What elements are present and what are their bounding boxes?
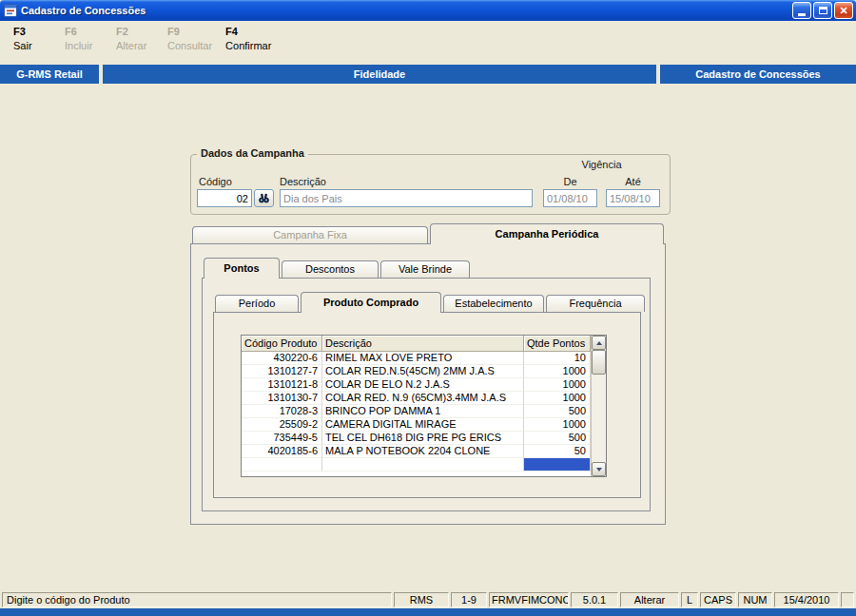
cell: 1000 <box>524 392 591 405</box>
campaign-type-tabs: Campanha FixaCampanha Periódica <box>192 223 666 244</box>
cell: 4020185-6 <box>242 445 322 458</box>
tab-produto-comprado[interactable]: Produto Comprado <box>301 292 441 313</box>
status-panel-l: L <box>681 592 698 607</box>
window-controls: ✕ <box>792 2 856 19</box>
close-button[interactable]: ✕ <box>834 2 853 19</box>
status-panel-alterar: Alterar <box>620 592 679 607</box>
tab-campanha-periodica[interactable]: Campanha Periódica <box>430 223 664 244</box>
minimize-button[interactable] <box>792 2 811 19</box>
window-bottom-edge <box>0 608 856 616</box>
cell: 735449-5 <box>242 432 322 445</box>
status-panel-end <box>841 592 854 607</box>
tab-frequencia[interactable]: Frequência <box>546 295 645 312</box>
scrollbar-thumb[interactable] <box>592 350 606 375</box>
cell: COLAR RED. N.9 (65CM)3.4MM J.A.S <box>322 392 524 405</box>
header-screen-name: Cadastro de Concessões <box>660 65 856 84</box>
tab-estabelecimento[interactable]: Estabelecimento <box>443 295 544 312</box>
cell: 430220-6 <box>242 352 322 365</box>
tab-vale-brinde[interactable]: Vale Brinde <box>380 260 470 278</box>
vigencia-de-input[interactable] <box>543 189 597 207</box>
codigo-label: Código <box>199 176 232 187</box>
cell: COLAR RED.N.5(45CM) 2MM J.A.S <box>322 365 524 378</box>
tab-campanha-fixa[interactable]: Campanha Fixa <box>192 226 428 243</box>
toolbar-label: Consultar <box>167 40 212 51</box>
statusbar-panels: RMS1-9FRMVFIMCONC5.0.1AlterarLCAPSNUM15/… <box>394 592 854 607</box>
tab-periodo[interactable]: Período <box>215 295 299 312</box>
table-row[interactable]: 735449-5TEL CEL DH618 DIG PRE PG ERICS50… <box>242 432 591 445</box>
scroll-down-button[interactable] <box>592 462 606 476</box>
maximize-button[interactable] <box>813 2 832 19</box>
toolbar-button-sair[interactable]: F3Sair <box>13 26 51 51</box>
cell: RIMEL MAX LOVE PRETO <box>322 352 524 365</box>
arrow-down-icon <box>596 468 602 472</box>
status-panel-5-0-1: 5.0.1 <box>571 592 618 607</box>
tab-pontos[interactable]: Pontos <box>204 258 280 279</box>
toolbar-label: Alterar <box>116 40 154 51</box>
cell: TEL CEL DH618 DIG PRE PG ERICS <box>322 432 524 445</box>
module-header: G-RMS Retail Fidelidade Cadastro de Conc… <box>0 65 856 84</box>
table-row[interactable]: 1310130-7COLAR RED. N.9 (65CM)3.4MM J.A.… <box>242 392 591 405</box>
grid-body: 430220-6RIMEL MAX LOVE PRETO101310127-7C… <box>242 352 591 472</box>
toolbar-key: F2 <box>116 26 154 37</box>
codigo-input[interactable] <box>197 189 252 207</box>
scroll-up-button[interactable] <box>592 336 606 350</box>
descricao-input[interactable] <box>280 189 533 207</box>
campaign-groupbox: Dados da Campanha Vigência Código Descri… <box>190 154 671 215</box>
table-row[interactable]: 17028-3BRINCO POP DAMMA 1500 <box>242 405 591 418</box>
cell: CAMERA DIGITAL MIRAGE <box>322 418 524 432</box>
column-header-codigo-produto[interactable]: Código Produto <box>242 336 322 352</box>
cell: 1000 <box>524 365 591 378</box>
toolbar-button-consultar: F9Consultar <box>167 26 212 51</box>
status-panel-1-9: 1-9 <box>451 592 487 607</box>
titlebar: Cadastro de Concessões ✕ <box>0 0 856 21</box>
column-header-qtde-pontos[interactable]: Qtde Pontos <box>524 336 591 352</box>
grid-header: Código ProdutoDescriçãoQtde Pontos <box>242 336 591 352</box>
toolbar-button-confirmar[interactable]: F4Confirmar <box>225 26 271 51</box>
table-row[interactable]: 25509-2CAMERA DIGITAL MIRAGE1000 <box>242 418 591 432</box>
toolbar-key: F3 <box>13 26 51 37</box>
tab-descontos[interactable]: Descontos <box>282 260 379 278</box>
vigencia-ate-input[interactable] <box>606 189 660 207</box>
application-window: Cadastro de Concessões ✕ F3SairF6Incluir… <box>0 0 856 616</box>
table-row[interactable]: 1310121-8COLAR DE ELO N.2 J.A.S1000 <box>242 378 591 392</box>
table-row-selected[interactable] <box>242 458 591 472</box>
status-panel-rms: RMS <box>394 592 449 607</box>
column-header-descricao[interactable]: Descrição <box>322 336 524 352</box>
cell: 500 <box>524 405 591 418</box>
toolbar-key: F4 <box>225 26 271 37</box>
close-icon: ✕ <box>839 6 847 16</box>
toolbar-key: F9 <box>167 26 212 37</box>
toolbar-button-alterar: F2Alterar <box>116 26 154 51</box>
status-panel-frmvfimconc: FRMVFIMCONC <box>489 592 569 607</box>
cell: COLAR DE ELO N.2 J.A.S <box>322 378 524 392</box>
status-panel-num: NUM <box>738 592 772 607</box>
header-product-name: G-RMS Retail <box>0 65 99 84</box>
table-row[interactable]: 4020185-6MALA P NOTEBOOK 2204 CLONE50 <box>242 445 591 458</box>
table-row[interactable]: 1310127-7COLAR RED.N.5(45CM) 2MM J.A.S10… <box>242 365 591 378</box>
cell: 25509-2 <box>242 418 322 432</box>
status-panel-caps: CAPS <box>700 592 736 607</box>
cell: 17028-3 <box>242 405 322 418</box>
cell: 50 <box>524 445 591 458</box>
arrow-up-icon <box>596 341 602 345</box>
cell <box>242 458 322 472</box>
selected-cell[interactable] <box>524 458 591 472</box>
header-module-name: Fidelidade <box>103 65 656 84</box>
cell: 1310121-8 <box>242 378 322 392</box>
scrollbar-track[interactable] <box>592 350 606 462</box>
toolbar: F3SairF6IncluirF2AlterarF9ConsultarF4Con… <box>0 21 856 61</box>
cell: 500 <box>524 432 591 445</box>
table-row[interactable]: 430220-6RIMEL MAX LOVE PRETO10 <box>242 352 591 365</box>
descricao-label: Descrição <box>280 176 326 187</box>
criteria-tabs: PeríodoProduto CompradoEstabelecimentoFr… <box>215 292 647 313</box>
window-title: Cadastro de Concessões <box>21 5 146 16</box>
status-message: Digite o código do Produto <box>2 592 392 607</box>
cell: 1000 <box>524 418 591 432</box>
cell: 1310127-7 <box>242 365 322 378</box>
cell <box>322 458 524 472</box>
search-button[interactable] <box>254 189 274 207</box>
grid-scrollbar[interactable] <box>591 336 606 476</box>
toolbar-button-incluir: F6Incluir <box>65 26 103 51</box>
toolbar-key: F6 <box>65 26 103 37</box>
app-icon <box>4 4 17 17</box>
